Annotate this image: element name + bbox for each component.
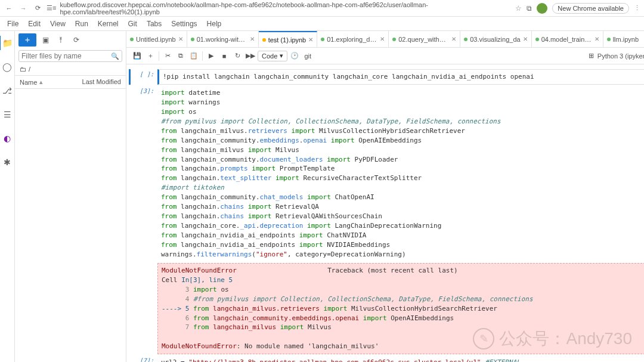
tab-status-dot [607,38,611,41]
celltype-select[interactable]: Code ▾ [258,51,287,61]
tab-2[interactable]: test (1).ipynb✕ [259,31,318,47]
extension-icon[interactable]: ✱ [0,155,14,169]
url-text: kubeflow.prod.discover.hpepcai.com/noteb… [60,1,512,16]
cell-body[interactable]: !pip install langchain langchain_communi… [157,69,644,85]
cell-3[interactable]: [7]:url2 = "http://llama3-8b-predictor.a… [129,355,644,362]
bookmark-icon[interactable]: ☆ [515,4,522,13]
add-cell-icon[interactable]: ＋ [144,50,156,62]
cell-1[interactable]: [3]:import datetime import warnings impo… [129,86,644,262]
file-filter[interactable]: 🔍 [18,50,122,62]
git-toolbar-icon[interactable]: git [302,50,314,62]
jupyter-menubar: File Edit View Run Kernel Git Tabs Setti… [0,17,644,31]
breadcrumb-root[interactable]: / [29,66,30,73]
name-column[interactable]: Name▴ [20,78,82,86]
tab-5[interactable]: 03.visualizing_da✕ [460,31,531,47]
site-info-icon[interactable]: ☰≡ [47,4,56,12]
cell-gutter: [3]: [129,86,157,262]
tab-close-icon[interactable]: ✕ [523,36,528,42]
cell-gutter [129,263,157,354]
file-browser-header[interactable]: Name▴ Last Modified [15,75,126,89]
clock-icon[interactable]: 🕑 [289,50,301,62]
back-button[interactable]: ← [4,5,14,12]
menu-tabs[interactable]: Tabs [147,20,162,28]
update-chrome-pill[interactable]: New Chrome available [552,3,629,14]
files-icon[interactable]: 📁 [0,36,14,50]
cut-icon[interactable]: ✂ [162,50,174,62]
new-folder-icon[interactable]: ▣ [39,33,52,47]
notebook[interactable]: [ ]:!pip install langchain langchain_com… [126,64,644,362]
upload-icon[interactable]: ⭱ [54,33,67,47]
cell-body[interactable]: import datetime import warnings import o… [157,86,644,262]
tab-label: llm.ipynb [613,36,644,43]
refresh-icon[interactable]: ⟳ [70,33,83,47]
chrome-menu-icon[interactable]: ⋮ [634,4,640,12]
running-icon[interactable]: ◯ [0,60,14,74]
tab-close-icon[interactable]: ✕ [308,36,313,43]
forward-button: → [18,5,29,12]
tab-status-dot [262,38,266,42]
menu-edit[interactable]: Edit [28,20,41,28]
url-bar[interactable]: ☰≡ kubeflow.prod.discover.hpepcai.com/no… [47,1,512,16]
copy-icon[interactable]: ⧉ [175,50,187,62]
menu-kernel[interactable]: Kernel [98,20,119,28]
git-icon[interactable]: ⎇ [0,83,14,98]
save-icon[interactable]: 💾 [131,50,143,62]
kernel-name[interactable]: Python 3 (ipykernel) [597,52,644,60]
file-filter-input[interactable] [21,52,111,60]
menu-view[interactable]: View [50,20,66,28]
tab-close-icon[interactable]: ✕ [178,36,183,42]
tab-7[interactable]: llm.ipynb✕ [603,31,644,47]
paste-icon[interactable]: 📋 [188,50,200,62]
breadcrumb[interactable]: 🗀 / [15,63,126,75]
menu-file[interactable]: File [7,20,18,28]
fast-forward-icon[interactable]: ▶▶ [244,50,256,62]
inspector-icon[interactable]: ⊞ [589,52,594,60]
tab-0[interactable]: Untitled.ipynb✕ [126,31,187,47]
tab-close-icon[interactable]: ✕ [595,36,599,42]
tab-status-dot [392,38,396,41]
run-icon[interactable]: ▶ [205,50,217,62]
profile-avatar[interactable] [537,3,547,14]
toc-icon[interactable]: ☰ [0,107,14,122]
cell-body[interactable]: url2 = "http://llama3-8b-predictor.aollm… [157,355,644,362]
tab-label: 02.query_with_ez [398,36,449,43]
tab-close-icon[interactable]: ✕ [380,36,385,42]
tab-status-dot [535,38,539,41]
extensions-icon[interactable]: ⧉ [527,4,532,13]
new-launcher-button[interactable]: ＋ [18,33,36,47]
notebook-toolbar: 💾 ＋ ✂ ⧉ 📋 ▶ ■ ↻ ▶▶ Code ▾ 🕑 git ⊞ Python… [126,48,644,64]
commands-icon[interactable]: ◐ [0,131,14,146]
menu-git[interactable]: Git [128,20,137,28]
tab-1[interactable]: 01.working-with-d✕ [187,31,259,47]
cell-body: ModuleNotFoundError Traceback (most rece… [157,263,644,354]
tab-status-dot [191,38,194,41]
activity-bar: 📁 ◯ ⎇ ☰ ◐ ✱ [0,31,15,362]
folder-icon: 🗀 [20,66,26,73]
modified-column[interactable]: Last Modified [82,78,121,86]
tab-label: 01.exploring_data [327,36,377,43]
search-icon: 🔍 [111,52,119,60]
reload-button[interactable]: ⟳ [32,4,43,12]
tab-status-dot [321,38,324,41]
celltype-label: Code [262,52,277,60]
tab-6[interactable]: 04.model_training✕ [532,31,603,47]
cell-gutter: [7]: [129,355,157,362]
cell-0[interactable]: [ ]:!pip install langchain langchain_com… [129,69,644,85]
menu-run[interactable]: Run [75,20,88,28]
sort-icon: ▴ [39,78,43,86]
menu-help[interactable]: Help [207,20,222,28]
tab-label: 01.working-with-d [197,36,247,43]
stop-icon[interactable]: ■ [218,50,230,62]
chevron-down-icon: ▾ [280,52,283,60]
cell-gutter: [ ]: [129,69,157,85]
file-browser: ＋ ▣ ⭱ ⟳ 🔍 🗀 / Name▴ Last Modified [15,31,126,362]
tab-close-icon[interactable]: ✕ [250,36,255,42]
tab-3[interactable]: 01.exploring_data✕ [317,31,389,47]
cell-2[interactable]: ModuleNotFoundError Traceback (most rece… [129,263,644,354]
restart-icon[interactable]: ↻ [231,50,243,62]
tab-label: 03.visualizing_da [470,36,520,43]
tab-close-icon[interactable]: ✕ [451,36,456,42]
tab-status-dot [464,38,467,41]
tab-4[interactable]: 02.query_with_ez✕ [389,31,460,47]
menu-settings[interactable]: Settings [171,20,197,28]
